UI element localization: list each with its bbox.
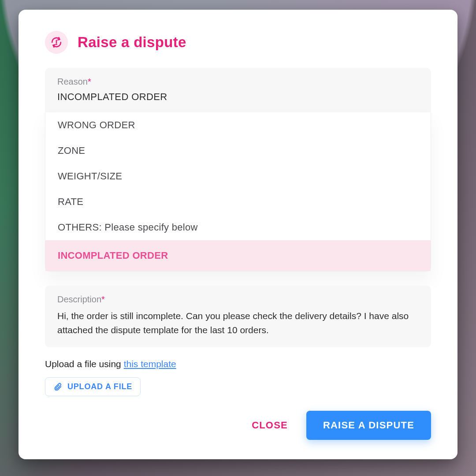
reason-option-selected[interactable]: INCOMPLATED ORDER	[45, 240, 431, 271]
raise-dispute-button[interactable]: RAISE A DISPUTE	[306, 411, 431, 440]
reason-dropdown: WRONG ORDER ZONE WEIGHT/SIZE RATE OTHERS…	[45, 112, 431, 271]
description-field[interactable]: Description* Hi, the order is still inco…	[45, 286, 431, 347]
dispute-icon	[45, 31, 68, 54]
description-label: Description*	[57, 294, 419, 305]
dispute-modal: Raise a dispute Reason* INCOMPLATED ORDE…	[19, 10, 457, 459]
modal-title: Raise a dispute	[78, 34, 186, 51]
modal-actions: CLOSE RAISE A DISPUTE	[45, 398, 431, 440]
close-button[interactable]: CLOSE	[252, 420, 288, 431]
reason-label: Reason*	[57, 77, 419, 87]
reason-selected-value: INCOMPLATED ORDER	[57, 91, 419, 103]
reason-option[interactable]: RATE	[45, 189, 431, 215]
upload-hint: Upload a file using this template	[45, 359, 431, 369]
description-text: Hi, the order is still incomplete. Can y…	[57, 309, 419, 337]
reason-option[interactable]: ZONE	[45, 138, 431, 164]
reason-field[interactable]: Reason* INCOMPLATED ORDER	[45, 68, 431, 112]
upload-file-button[interactable]: UPLOAD A FILE	[45, 377, 141, 396]
template-link[interactable]: this template	[124, 359, 176, 369]
reason-option[interactable]: OTHERS: Please specify below	[45, 215, 431, 240]
modal-header: Raise a dispute	[45, 31, 431, 54]
reason-option[interactable]: WEIGHT/SIZE	[45, 164, 431, 189]
svg-point-1	[56, 44, 56, 45]
reason-option[interactable]: WRONG ORDER	[45, 112, 431, 138]
paperclip-icon	[53, 383, 62, 391]
